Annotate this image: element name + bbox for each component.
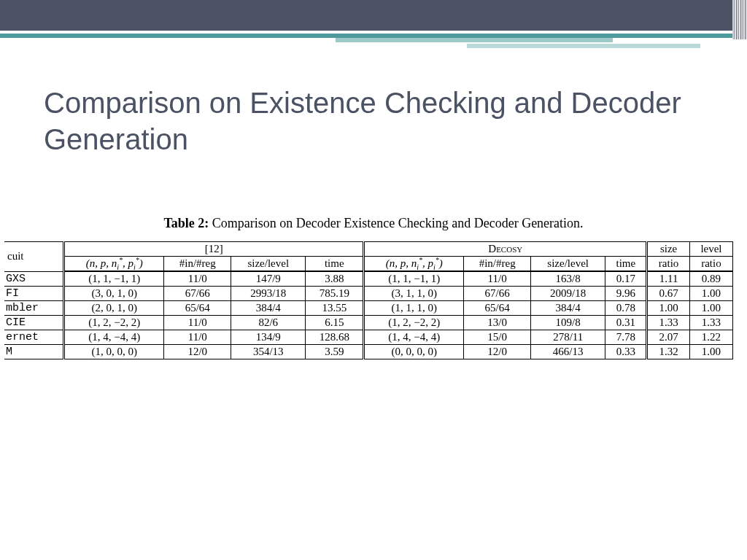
cell-params-decosy: (1, 1, −1, 1) (364, 271, 464, 287)
cell-inreg-12: 11/0 (164, 330, 231, 345)
table-row: M(1, 0, 0, 0)12/0354/133.59(0, 0, 0, 0)1… (4, 345, 743, 359)
cell-inreg-12: 11/0 (164, 271, 231, 287)
col-levelratio-b: ratio (689, 257, 732, 272)
cell-sizelevel-decosy: 2009/18 (531, 287, 605, 301)
cell-params-12: (1, 4, −4, 4) (64, 330, 164, 345)
table-row: CIE(1, 2, −2, 2)11/082/66.15(1, 2, −2, 2… (4, 316, 743, 330)
col-sizelevel-decosy: size/level (531, 257, 605, 272)
cell-circuit: FI (4, 287, 64, 301)
col-inreg-12: #in/#reg (164, 257, 231, 272)
cell-time-decosy: 0.33 (605, 345, 647, 359)
cell-levelratio: 1.00 (689, 345, 732, 359)
col-group-decosy: Decosy (364, 242, 647, 257)
cell-inreg-decosy: 15/0 (464, 330, 531, 345)
header-group-row: cuit [12] Decosy size level (4, 242, 743, 257)
cell-time-12: 785.19 (306, 287, 364, 301)
slide-title: Comparison on Existence Checking and Dec… (44, 85, 703, 158)
cell-time-decosy: 0.31 (605, 316, 647, 330)
cell-sizelevel-12: 82/6 (231, 316, 306, 330)
cell-inreg-12: 67/66 (164, 287, 231, 301)
cell-params-decosy: (3, 1, 1, 0) (364, 287, 464, 301)
cell-inreg-decosy: 13/0 (464, 316, 531, 330)
spine-graphic (732, 0, 747, 39)
col-sizelevel-12: size/level (231, 257, 306, 272)
cell-circuit: mbler (4, 301, 64, 316)
cell-sizelevel-decosy: 384/4 (531, 301, 605, 316)
table-row: mbler(2, 0, 1, 0)65/64384/413.55(1, 1, 1… (4, 301, 743, 316)
cell-params-12: (1, 0, 0, 0) (64, 345, 164, 359)
cell-circuit: GXS (4, 271, 64, 287)
cell-inreg-decosy: 12/0 (464, 345, 531, 359)
col-time-12: time (306, 257, 364, 272)
cell-params-12: (2, 0, 1, 0) (64, 301, 164, 316)
table-row: ernet(1, 4, −4, 4)11/0134/9128.68(1, 4, … (4, 330, 743, 345)
cell-inreg-12: 11/0 (164, 316, 231, 330)
cell-inreg-12: 12/0 (164, 345, 231, 359)
col-group-12: [12] (64, 242, 364, 257)
cell-sizelevel-decosy: 466/13 (531, 345, 605, 359)
cell-inreg-decosy: 11/0 (464, 271, 531, 287)
cell-time-12: 13.55 (306, 301, 364, 316)
col-time-decosy: time (605, 257, 647, 272)
table-row: GXS(1, 1, −1, 1)11/0147/93.88(1, 1, −1, … (4, 271, 743, 287)
cell-params-decosy: (1, 4, −4, 4) (364, 330, 464, 345)
cell-sizeratio: 2.07 (647, 330, 689, 345)
cell-circuit: M (4, 345, 64, 359)
cell-sizeratio: 1.00 (647, 301, 689, 316)
cell-levelratio: 1.33 (689, 316, 732, 330)
cell-time-12: 6.15 (306, 316, 364, 330)
cell-sizelevel-decosy: 109/8 (531, 316, 605, 330)
cell-circuit: ernet (4, 330, 64, 345)
table-row: FI(3, 0, 1, 0)67/662993/18785.19(3, 1, 1… (4, 287, 743, 301)
cell-sizelevel-12: 134/9 (231, 330, 306, 345)
cell-params-decosy: (1, 2, −2, 2) (364, 316, 464, 330)
cell-params-12: (1, 1, −1, 1) (64, 271, 164, 287)
cell-time-decosy: 9.96 (605, 287, 647, 301)
cell-inreg-decosy: 67/66 (464, 287, 531, 301)
cell-sizelevel-decosy: 278/11 (531, 330, 605, 345)
col-params-decosy: (n, p, ni*, pi*) (364, 257, 464, 272)
header-band (0, 0, 747, 31)
cell-circuit: CIE (4, 316, 64, 330)
cell-sizelevel-12: 147/9 (231, 271, 306, 287)
cell-time-12: 3.59 (306, 345, 364, 359)
col-levelratio-a: level (689, 242, 732, 257)
col-sizeratio-b: ratio (647, 257, 689, 272)
cell-params-12: (3, 0, 1, 0) (64, 287, 164, 301)
cell-time-12: 3.88 (306, 271, 364, 287)
caption-text: Comparison on Decoder Existence Checking… (209, 216, 583, 230)
cell-params-decosy: (0, 0, 0, 0) (364, 345, 464, 359)
cell-sizeratio: 0.67 (647, 287, 689, 301)
table-container: Table 2: Comparison on Decoder Existence… (0, 216, 747, 359)
cell-inreg-decosy: 65/64 (464, 301, 531, 316)
cell-sizeratio: 1.33 (647, 316, 689, 330)
cell-levelratio: 1.00 (689, 301, 732, 316)
col-params-12: (n, p, ni*, pi*) (64, 257, 164, 272)
table-caption: Table 2: Comparison on Decoder Existence… (4, 216, 743, 231)
cell-levelratio: 1.22 (689, 330, 732, 345)
teal-accents (0, 38, 747, 48)
header-sub-row: (n, p, ni*, pi*) #in/#reg size/level tim… (4, 257, 743, 272)
cell-time-decosy: 0.17 (605, 271, 647, 287)
cell-sizelevel-12: 384/4 (231, 301, 306, 316)
cell-params-decosy: (1, 1, 1, 0) (364, 301, 464, 316)
comparison-table: cuit [12] Decosy size level (n, p, ni*, … (4, 241, 743, 359)
col-circuit: cuit (4, 242, 64, 272)
caption-label: Table 2: (163, 216, 209, 230)
cell-sizelevel-12: 2993/18 (231, 287, 306, 301)
col-sizeratio-a: size (647, 242, 689, 257)
cell-time-decosy: 0.78 (605, 301, 647, 316)
cell-sizelevel-decosy: 163/8 (531, 271, 605, 287)
cell-sizelevel-12: 354/13 (231, 345, 306, 359)
col-inreg-decosy: #in/#reg (464, 257, 531, 272)
table-body: GXS(1, 1, −1, 1)11/0147/93.88(1, 1, −1, … (4, 271, 743, 359)
cell-params-12: (1, 2, −2, 2) (64, 316, 164, 330)
cell-sizeratio: 1.11 (647, 271, 689, 287)
cell-levelratio: 1.00 (689, 287, 732, 301)
cell-sizeratio: 1.32 (647, 345, 689, 359)
cell-time-12: 128.68 (306, 330, 364, 345)
cell-time-decosy: 7.78 (605, 330, 647, 345)
cell-inreg-12: 65/64 (164, 301, 231, 316)
cell-levelratio: 0.89 (689, 271, 732, 287)
